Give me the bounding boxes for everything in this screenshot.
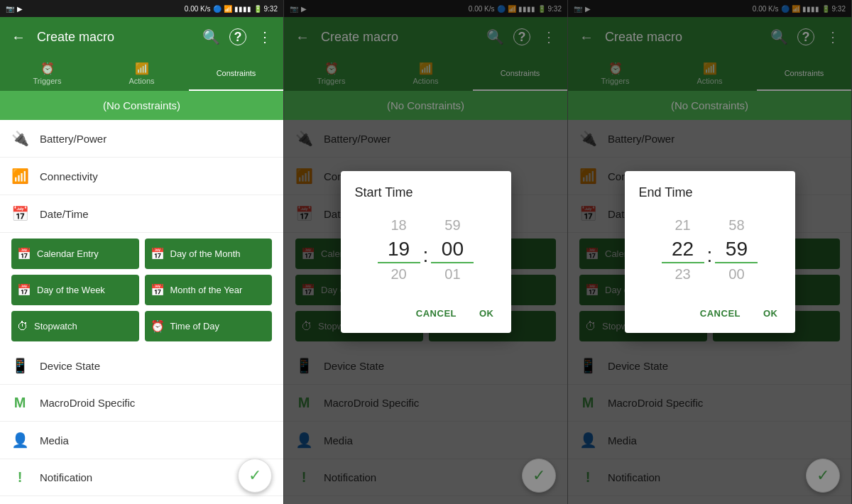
minute-current-end[interactable]: 59	[715, 236, 758, 263]
day-of-week-btn-1[interactable]: 📅 Day of the Week	[11, 275, 139, 305]
stopwatch-label-1: Stopwatch	[34, 321, 77, 332]
stopwatch-btn-1[interactable]: ⏱ Stopwatch	[11, 311, 139, 341]
day-of-month-icon-1: 📅	[151, 247, 165, 261]
start-time-cancel[interactable]: CANCEL	[408, 302, 465, 324]
camera-icon: 📷	[6, 5, 14, 13]
end-time-cancel[interactable]: CANCEL	[692, 302, 749, 324]
datetime-icon-1: 📅	[11, 205, 28, 222]
notification-label-1: Notification	[40, 471, 92, 483]
tab-actions-1[interactable]: 📶 Actions	[94, 57, 189, 91]
month-of-year-btn-1[interactable]: 📅 Month of the Year	[145, 275, 273, 305]
list-item-phone-1[interactable]: 📞 Phone	[0, 496, 283, 504]
end-time-ok[interactable]: OK	[755, 302, 787, 324]
hour-next-start[interactable]: 20	[390, 263, 406, 285]
start-time-title: Start Time	[341, 171, 511, 209]
actions-icon-1: 📶	[135, 62, 149, 75]
start-time-ok[interactable]: OK	[471, 302, 503, 324]
play-icon: ▶	[17, 5, 23, 13]
more-icon-1[interactable]: ⋮	[255, 28, 275, 45]
media-label-1: Media	[40, 434, 69, 447]
stopwatch-icon-1: ⏱	[17, 320, 28, 333]
battery-label-1: Battery/Power	[40, 133, 106, 145]
hour-next-end[interactable]: 23	[674, 263, 690, 285]
end-time-dialog: End Time 21 22 23 : 58 59 00 CANCEL OK	[625, 171, 795, 333]
minute-next-start[interactable]: 01	[444, 263, 460, 285]
minute-current-start[interactable]: 00	[431, 236, 474, 263]
hour-col-end: 21 22 23	[662, 214, 704, 285]
time-separator-start: :	[423, 244, 429, 267]
list-item-media-1[interactable]: 👤 Media	[0, 422, 283, 459]
connectivity-icon-1: 📶	[11, 168, 28, 185]
hour-prev-end[interactable]: 21	[674, 214, 690, 236]
list-item-device-state-1[interactable]: 📱 Device State	[0, 347, 283, 385]
list-item-datetime-header-1: 📅 Date/Time	[0, 195, 283, 233]
no-constraints-banner-1: (No Constraints)	[0, 91, 283, 120]
calendar-entry-label-1: Calendar Entry	[37, 248, 99, 259]
time-of-day-btn-1[interactable]: ⏰ Time of Day	[145, 311, 273, 341]
back-button-1[interactable]: ←	[9, 29, 28, 45]
time-of-day-label-1: Time of Day	[170, 321, 220, 332]
device-state-label-1: Device State	[40, 360, 100, 372]
fab-1[interactable]: ✓	[238, 459, 272, 493]
date-time-grid-1: 📅 Calendar Entry 📅 Day of the Month 📅 Da…	[0, 233, 283, 347]
calendar-entry-btn-1[interactable]: 📅 Calendar Entry	[11, 239, 139, 269]
panel-1: 📷 ▶ 0.00 K/s 🔵 📶 ▮▮▮▮ 🔋 9:32 ← Create ma…	[0, 0, 284, 504]
triggers-icon-1: ⏰	[40, 62, 55, 75]
actions-label-1: Actions	[129, 77, 154, 85]
bluetooth-icon: 🔵	[213, 5, 222, 13]
signal-icon: ▮▮▮▮	[234, 5, 251, 13]
tab-constraints-1[interactable]: Constraints	[189, 57, 283, 91]
network-speed-1: 0.00 K/s	[185, 5, 211, 13]
search-icon-1[interactable]: 🔍	[201, 28, 221, 45]
list-item-battery-1[interactable]: 🔌 Battery/Power	[0, 120, 283, 158]
start-time-actions: CANCEL OK	[341, 297, 511, 333]
device-state-icon-1: 📱	[11, 357, 28, 374]
month-of-year-icon-1: 📅	[151, 283, 165, 297]
month-of-year-label-1: Month of the Year	[170, 285, 243, 295]
day-of-week-label-1: Day of the Week	[37, 285, 105, 295]
minute-prev-end[interactable]: 58	[728, 214, 744, 236]
day-of-month-btn-1[interactable]: 📅 Day of the Month	[145, 239, 273, 269]
calendar-entry-icon-1: 📅	[17, 247, 31, 261]
list-item-connectivity-1[interactable]: 📶 Connectivity	[0, 158, 283, 195]
list-1: 🔌 Battery/Power 📶 Connectivity 📅 Date/Ti…	[0, 120, 283, 504]
status-bar-1: 📷 ▶ 0.00 K/s 🔵 📶 ▮▮▮▮ 🔋 9:32	[0, 0, 283, 17]
minute-col-end: 58 59 00	[715, 214, 758, 285]
wifi-icon: 📶	[224, 5, 232, 13]
hour-current-start[interactable]: 19	[378, 236, 420, 263]
app-title-1: Create macro	[37, 30, 192, 45]
time-picker-end: 21 22 23 : 58 59 00	[625, 209, 795, 297]
media-icon-1: 👤	[11, 432, 28, 449]
macrodroid-label-1: MacroDroid Specific	[40, 397, 135, 409]
minute-col-start: 59 00 01	[431, 214, 474, 285]
overlay-3: End Time 21 22 23 : 58 59 00 CANCEL OK	[568, 0, 851, 504]
time-of-day-icon-1: ⏰	[151, 319, 165, 333]
time-1: 9:32	[264, 5, 278, 13]
minute-prev-start[interactable]: 59	[444, 214, 460, 236]
hour-current-end[interactable]: 22	[662, 236, 704, 263]
app-bar-1: ← Create macro 🔍 ? ⋮	[0, 17, 283, 57]
status-bar-right-1: 0.00 K/s 🔵 📶 ▮▮▮▮ 🔋 9:32	[185, 5, 278, 13]
macrodroid-icon-1: M	[11, 395, 28, 411]
end-time-actions: CANCEL OK	[625, 297, 795, 333]
list-item-macrodroid-1[interactable]: M MacroDroid Specific	[0, 385, 283, 422]
minute-next-end[interactable]: 00	[728, 263, 744, 285]
constraints-label-1: Constraints	[217, 69, 256, 77]
hour-col-start: 18 19 20	[378, 214, 420, 285]
start-time-dialog: Start Time 18 19 20 : 59 00 01 CANCEL OK	[341, 171, 511, 333]
triggers-label-1: Triggers	[33, 77, 62, 85]
panel-2: 📷 ▶ 0.00 K/s 🔵 📶 ▮▮▮▮ 🔋 9:32 ← Create ma…	[284, 0, 568, 504]
time-picker-start: 18 19 20 : 59 00 01	[341, 209, 511, 297]
connectivity-label-1: Connectivity	[40, 170, 98, 182]
hour-prev-start[interactable]: 18	[390, 214, 406, 236]
day-of-month-label-1: Day of the Month	[170, 248, 241, 259]
tab-bar-1: ⏰ Triggers 📶 Actions Constraints	[0, 57, 283, 91]
datetime-label-1: Date/Time	[40, 208, 89, 220]
tab-triggers-1[interactable]: ⏰ Triggers	[0, 57, 94, 91]
day-of-week-icon-1: 📅	[17, 283, 31, 297]
help-icon-1[interactable]: ?	[229, 28, 246, 45]
battery-list-icon-1: 🔌	[11, 130, 28, 147]
status-bar-left-1: 📷 ▶	[6, 5, 23, 13]
notification-icon-1: !	[11, 469, 28, 486]
time-separator-end: :	[707, 244, 713, 267]
